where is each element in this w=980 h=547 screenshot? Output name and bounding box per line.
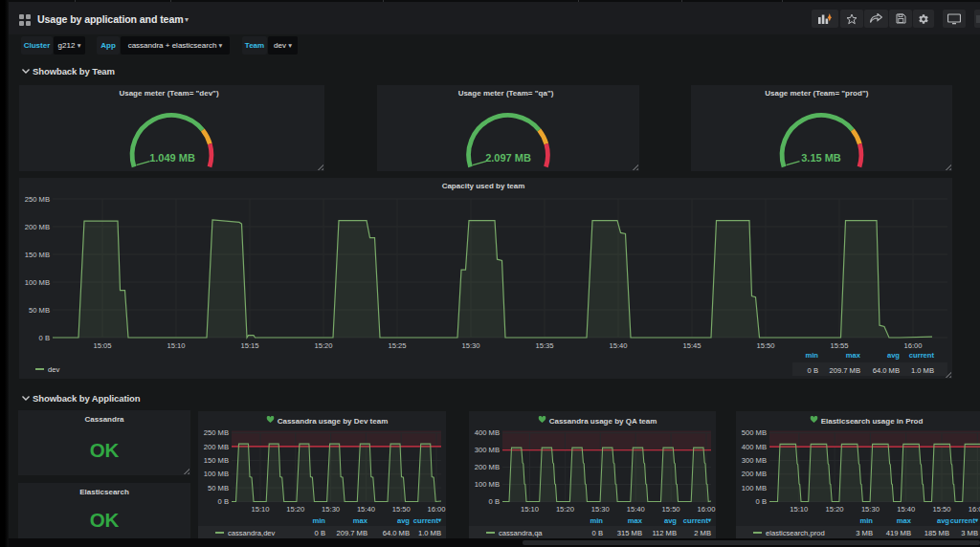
svg-text:50 MB: 50 MB bbox=[208, 484, 229, 492]
svg-text:200 MB: 200 MB bbox=[742, 470, 767, 478]
svg-text:15:30: 15:30 bbox=[591, 505, 610, 514]
svg-text:3.15 MB: 3.15 MB bbox=[801, 152, 841, 164]
svg-text:15:40: 15:40 bbox=[627, 505, 645, 514]
svg-text:300 MB: 300 MB bbox=[742, 456, 767, 465]
svg-text:150 MB: 150 MB bbox=[204, 456, 229, 465]
svg-text:15:20: 15:20 bbox=[286, 505, 304, 514]
svg-text:1.049 MB: 1.049 MB bbox=[149, 152, 195, 164]
svg-text:100 MB: 100 MB bbox=[204, 470, 229, 478]
svg-text:15:40: 15:40 bbox=[357, 505, 375, 514]
svg-text:15:50: 15:50 bbox=[662, 505, 680, 514]
svg-text:15:30: 15:30 bbox=[322, 505, 340, 514]
svg-text:250 MB: 250 MB bbox=[204, 428, 229, 437]
svg-text:0 B: 0 B bbox=[218, 497, 229, 506]
svg-text:0 B: 0 B bbox=[756, 497, 767, 506]
svg-text:200 MB: 200 MB bbox=[475, 463, 500, 471]
svg-text:200 MB: 200 MB bbox=[204, 443, 229, 451]
svg-text:15:10: 15:10 bbox=[521, 505, 539, 514]
svg-text:2.097 MB: 2.097 MB bbox=[485, 152, 531, 164]
svg-text:15:10: 15:10 bbox=[251, 505, 269, 514]
svg-text:15:20: 15:20 bbox=[826, 505, 844, 514]
svg-text:300 MB: 300 MB bbox=[475, 446, 500, 454]
svg-text:400 MB: 400 MB bbox=[742, 443, 767, 451]
svg-text:15:40: 15:40 bbox=[897, 505, 915, 514]
svg-text:15:10: 15:10 bbox=[790, 505, 808, 514]
svg-text:15:50: 15:50 bbox=[932, 505, 950, 514]
svg-text:15:30: 15:30 bbox=[861, 505, 880, 514]
svg-text:15:50: 15:50 bbox=[392, 505, 411, 514]
svg-text:15:20: 15:20 bbox=[556, 505, 574, 514]
svg-text:16:00: 16:00 bbox=[697, 505, 715, 514]
svg-text:0 B: 0 B bbox=[489, 497, 500, 506]
svg-text:400 MB: 400 MB bbox=[475, 428, 500, 437]
svg-text:100 MB: 100 MB bbox=[742, 484, 767, 492]
svg-text:16:00: 16:00 bbox=[969, 505, 980, 514]
svg-text:100 MB: 100 MB bbox=[475, 480, 500, 489]
svg-text:16:00: 16:00 bbox=[427, 505, 445, 514]
svg-text:500 MB: 500 MB bbox=[742, 428, 767, 437]
